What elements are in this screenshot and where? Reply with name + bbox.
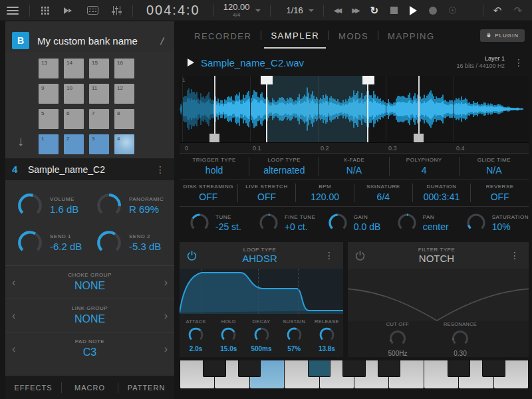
hold-knob[interactable]: HOLD 15.0s bbox=[212, 319, 245, 352]
envelope-graph[interactable] bbox=[180, 269, 343, 314]
pad-8[interactable]: 8 bbox=[114, 109, 134, 129]
plugin-button[interactable]: PLUGIN bbox=[480, 29, 525, 42]
stop-button[interactable] bbox=[384, 7, 404, 14]
filter-power-icon[interactable] bbox=[354, 250, 366, 261]
start-handle[interactable] bbox=[209, 134, 219, 142]
piano-black-key-1[interactable] bbox=[203, 360, 226, 377]
tab-mods[interactable]: MODS bbox=[332, 23, 375, 48]
menu-icon[interactable] bbox=[7, 7, 19, 15]
pad-7[interactable]: 7 bbox=[89, 109, 109, 129]
signature-param[interactable]: SIGNATURE6/4 bbox=[354, 184, 412, 202]
tune-knob[interactable]: TUNE-25 st. bbox=[180, 212, 249, 233]
sequencer-view-icon[interactable] bbox=[80, 0, 105, 21]
pad-3[interactable]: 3 bbox=[89, 134, 109, 154]
pad-9[interactable]: 9 bbox=[39, 84, 59, 104]
waveform-display[interactable]: 1 bbox=[180, 76, 529, 142]
chevron-left-icon[interactable]: ‹ bbox=[12, 343, 15, 355]
filter-type-value[interactable]: NOTCH bbox=[366, 253, 507, 264]
fine-tune-knob[interactable]: FINE TUNE+0 ct. bbox=[249, 212, 318, 233]
send1-knob[interactable]: SEND 1-6.2 dB bbox=[11, 224, 90, 261]
pad-menu-icon[interactable]: ⋮ bbox=[153, 165, 168, 174]
edit-pencil-icon[interactable]: / bbox=[156, 35, 169, 47]
loop-type-param[interactable]: LOOP TYPEalternated bbox=[249, 157, 319, 176]
gain-knob[interactable]: GAIN0.0 dB bbox=[318, 212, 387, 233]
volume-knob[interactable]: VOLUME1.6 dB bbox=[11, 187, 90, 224]
tab-mapping[interactable]: MAPPING bbox=[381, 23, 441, 48]
mixer-view-icon[interactable] bbox=[105, 0, 128, 21]
forward-button[interactable]: ▶▶ bbox=[346, 7, 364, 14]
redo-button[interactable]: ↷ bbox=[507, 5, 528, 17]
choke-group-selector[interactable]: ‹ CHOKE GROUP NONE › bbox=[5, 266, 174, 299]
loop-start-handle[interactable] bbox=[261, 76, 273, 84]
chevron-right-icon[interactable]: › bbox=[164, 310, 168, 322]
bpm-param[interactable]: BPM120.00 bbox=[295, 184, 354, 202]
loop-region[interactable] bbox=[266, 76, 368, 142]
glide-time-param[interactable]: GLIDE TIMEN/A bbox=[459, 157, 529, 176]
sample-play-button[interactable] bbox=[188, 59, 194, 66]
pad-11[interactable]: 11 bbox=[89, 84, 109, 104]
panoramic-knob[interactable]: PANORAMICR 69% bbox=[90, 187, 169, 224]
resonance-knob[interactable]: RESONANCE 0.30 bbox=[437, 321, 483, 357]
send2-knob[interactable]: SEND 2-5.3 dB bbox=[90, 224, 169, 261]
pad-13[interactable]: 13 bbox=[39, 59, 59, 78]
saturation-knob[interactable]: SATURATION10% bbox=[456, 212, 529, 233]
pad-12[interactable]: 12 bbox=[114, 84, 134, 104]
pad-15[interactable]: 15 bbox=[89, 59, 109, 78]
chevron-right-icon[interactable]: › bbox=[164, 343, 168, 355]
xfade-param[interactable]: X-FADEN/A bbox=[319, 157, 388, 176]
tab-pattern[interactable]: PATTERN bbox=[118, 384, 174, 392]
sample-start-marker[interactable] bbox=[214, 76, 215, 142]
scroll-down-arrow-icon[interactable]: ↓ bbox=[17, 134, 24, 149]
tab-effects[interactable]: EFFECTS bbox=[5, 384, 61, 392]
trigger-type-param[interactable]: TRIGGER TYPEhold bbox=[180, 157, 249, 176]
pad-14[interactable]: 14 bbox=[64, 59, 84, 78]
play-button[interactable] bbox=[404, 6, 423, 15]
performance-view-icon[interactable] bbox=[57, 0, 80, 21]
reverse-param[interactable]: REVERSEOFF bbox=[470, 184, 529, 202]
chevron-left-icon[interactable]: ‹ bbox=[12, 277, 15, 289]
piano-black-key-6[interactable] bbox=[448, 360, 471, 377]
decay-knob[interactable]: DECAY 500ms bbox=[245, 319, 277, 352]
quantize-control[interactable]: 1/16 bbox=[275, 5, 319, 15]
attack-knob[interactable]: ATTACK 2.0s bbox=[180, 319, 212, 352]
filter-menu-icon[interactable]: ⋮ bbox=[507, 251, 522, 260]
rewind-button[interactable]: ◀◀ bbox=[328, 7, 346, 14]
tab-sampler[interactable]: SAMPLER bbox=[264, 23, 326, 49]
piano-black-key-7[interactable] bbox=[482, 360, 505, 377]
metronome-button[interactable] bbox=[443, 7, 462, 14]
bank-badge[interactable]: B bbox=[12, 32, 29, 49]
pad-6[interactable]: 6 bbox=[64, 109, 84, 129]
record-button[interactable] bbox=[423, 7, 443, 15]
disk-streaming-param[interactable]: DISK STREAMINGOFF bbox=[180, 184, 237, 202]
loop-button[interactable]: ↻ bbox=[364, 5, 385, 17]
duration-param[interactable]: DURATION000:3:41 bbox=[412, 184, 471, 202]
pad-10[interactable]: 10 bbox=[64, 84, 84, 104]
sample-filename[interactable]: Sample_name_C2.wav bbox=[201, 57, 456, 68]
filter-graph[interactable] bbox=[348, 269, 529, 321]
chevron-right-icon[interactable]: › bbox=[164, 277, 168, 289]
piano-black-key-2[interactable] bbox=[238, 360, 261, 377]
pad-note-selector[interactable]: ‹ PAD NOTE C3 › bbox=[5, 332, 174, 365]
envelope-power-icon[interactable] bbox=[186, 250, 198, 261]
sustain-knob[interactable]: SUSTAIN 57% bbox=[278, 319, 311, 352]
link-group-selector[interactable]: ‹ LINK GROUP NONE › bbox=[5, 299, 174, 332]
pad-16[interactable]: 16 bbox=[114, 59, 134, 78]
pad-2[interactable]: 2 bbox=[64, 134, 84, 154]
polyphony-param[interactable]: POLYPHONY4 bbox=[389, 157, 459, 176]
live-stretch-param[interactable]: LIVE STRETCHOFF bbox=[237, 184, 296, 202]
tab-recorder[interactable]: RECORDER bbox=[188, 23, 258, 48]
pads-view-icon[interactable] bbox=[34, 0, 57, 21]
piano-black-key-5[interactable] bbox=[378, 360, 401, 377]
cutoff-knob[interactable]: CUT OFF 500Hz bbox=[374, 321, 421, 357]
envelope-type-value[interactable]: AHDSR bbox=[198, 253, 322, 264]
sample-menu-icon[interactable]: ⋮ bbox=[511, 58, 526, 67]
piano-black-key-3-highlighted[interactable] bbox=[308, 360, 331, 377]
undo-button[interactable]: ↶ bbox=[487, 5, 508, 17]
piano-black-key-4[interactable] bbox=[342, 360, 366, 377]
song-position-display[interactable]: 004:4:0 bbox=[137, 3, 209, 18]
tab-macro[interactable]: MACRO bbox=[62, 384, 118, 392]
pad-4-selected[interactable]: 4 bbox=[114, 134, 134, 154]
release-knob[interactable]: RELEASE 13.8s bbox=[311, 319, 343, 352]
pad-1[interactable]: 1 bbox=[39, 134, 59, 154]
envelope-menu-icon[interactable]: ⋮ bbox=[322, 251, 336, 260]
